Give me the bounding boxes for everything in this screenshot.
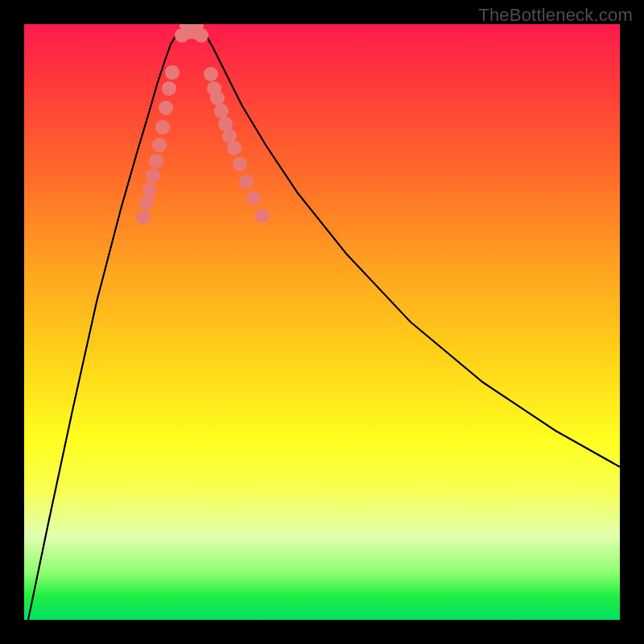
data-markers (136, 25, 270, 225)
data-marker (142, 183, 157, 197)
chart-svg (24, 24, 620, 620)
plot-area (24, 24, 620, 620)
data-marker (214, 104, 229, 118)
data-marker (155, 120, 170, 134)
data-marker (165, 65, 180, 80)
data-marker (246, 191, 261, 205)
chart-frame: TheBottleneck.com (0, 0, 644, 644)
right-curve (200, 26, 620, 467)
left-curve (28, 26, 184, 620)
data-marker (227, 141, 242, 155)
watermark-text: TheBottleneck.com (478, 5, 633, 26)
data-marker (255, 208, 270, 223)
data-marker (146, 168, 160, 183)
data-marker (159, 101, 173, 115)
data-marker (152, 138, 167, 152)
data-marker (239, 175, 254, 189)
data-marker (149, 154, 163, 168)
data-marker (136, 210, 151, 225)
data-marker (204, 67, 218, 81)
data-marker (139, 196, 154, 210)
data-marker (162, 81, 176, 96)
data-marker (210, 91, 225, 105)
data-marker (233, 157, 247, 171)
data-marker (194, 28, 208, 43)
